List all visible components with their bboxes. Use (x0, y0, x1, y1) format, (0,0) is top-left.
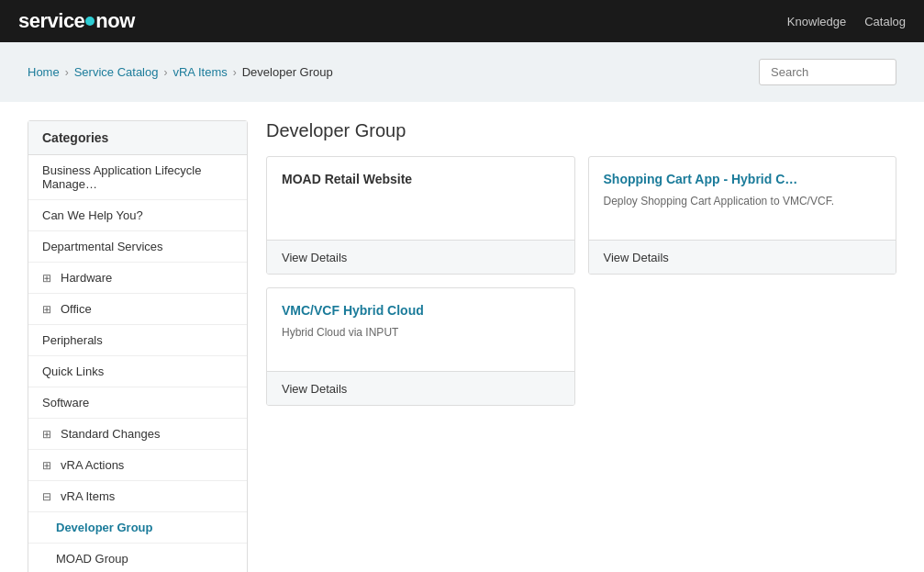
sidebar-sub-item-developer-group[interactable]: Developer Group (28, 512, 247, 544)
sidebar-item-label: Office (61, 302, 92, 316)
breadcrumb-home[interactable]: Home (28, 65, 60, 79)
sidebar-item-label: Departmental Services (42, 240, 163, 253)
card-title: MOAD Retail Website (282, 172, 560, 186)
content-area: Developer Group MOAD Retail Website View… (266, 120, 896, 406)
nav-catalog[interactable]: Catalog (864, 15, 906, 28)
card-moad-retail: MOAD Retail Website View Details (266, 156, 575, 275)
card-shopping-cart: Shopping Cart App - Hybrid C… Deploy Sho… (588, 156, 897, 275)
card-footer: View Details (267, 371, 574, 405)
sidebar-item-office[interactable]: ⊞ Office (28, 294, 247, 325)
sidebar-title: Categories (28, 121, 247, 155)
view-details-link[interactable]: View Details (282, 251, 347, 264)
breadcrumb-vra-items[interactable]: vRA Items (173, 65, 227, 79)
breadcrumb-sep-3: › (233, 66, 237, 79)
breadcrumb-service-catalog[interactable]: Service Catalog (74, 65, 159, 79)
card-title-link[interactable]: Shopping Cart App - Hybrid C… (604, 172, 882, 186)
sidebar-item-label: Peripherals (42, 333, 103, 347)
plus-icon: ⊞ (42, 459, 55, 472)
sidebar-item-vra-actions[interactable]: ⊞ vRA Actions (28, 450, 247, 481)
cards-grid: MOAD Retail Website View Details Shoppin… (266, 156, 896, 406)
plus-icon: ⊞ (42, 303, 55, 316)
sidebar-item-vra-items[interactable]: ⊟ vRA Items (28, 481, 247, 512)
sidebar-sub-item-moad-group[interactable]: MOAD Group (28, 544, 247, 572)
sidebar: Categories Business Application Lifecycl… (28, 120, 248, 572)
page-title: Developer Group (266, 120, 896, 141)
sidebar-item-peripherals[interactable]: Peripherals (28, 325, 247, 356)
card-description: Deploy Shopping Cart Application to VMC/… (604, 194, 882, 209)
sidebar-item-label: Quick Links (42, 365, 104, 378)
breadcrumb-bar: Home › Service Catalog › vRA Items › Dev… (0, 42, 924, 102)
card-footer: View Details (589, 240, 896, 274)
search-input[interactable] (759, 59, 896, 85)
sidebar-item-label: Can We Help You? (42, 208, 143, 222)
top-nav: servicenow Knowledge Catalog (0, 0, 924, 42)
view-details-link[interactable]: View Details (282, 382, 347, 396)
card-footer: View Details (267, 240, 574, 274)
logo-dot (85, 17, 95, 26)
sidebar-item-label: Software (42, 396, 89, 409)
main-content: Categories Business Application Lifecycl… (0, 102, 924, 572)
sidebar-item-standard-changes[interactable]: ⊞ Standard Changes (28, 419, 247, 450)
sidebar-item-hardware[interactable]: ⊞ Hardware (28, 263, 247, 294)
minus-icon: ⊟ (42, 490, 55, 503)
card-title-link[interactable]: VMC/VCF Hybrid Cloud (282, 303, 560, 318)
sidebar-item-label: vRA Actions (61, 458, 124, 472)
sidebar-item-label: Hardware (61, 271, 112, 285)
sidebar-item-label: Standard Changes (61, 427, 160, 441)
card-body: MOAD Retail Website (267, 157, 574, 240)
sidebar-item-label: Business Application Lifecycle Manage… (42, 163, 233, 191)
breadcrumb-developer-group: Developer Group (242, 65, 333, 79)
breadcrumb-sep-2: › (163, 66, 167, 79)
breadcrumb: Home › Service Catalog › vRA Items › Dev… (28, 65, 333, 79)
card-body: Shopping Cart App - Hybrid C… Deploy Sho… (589, 157, 896, 240)
sidebar-item-business-app[interactable]: Business Application Lifecycle Manage… (28, 155, 247, 200)
nav-knowledge[interactable]: Knowledge (787, 15, 846, 28)
sidebar-item-label: vRA Items (61, 489, 115, 503)
top-nav-links: Knowledge Catalog (787, 15, 906, 28)
sidebar-item-can-we-help[interactable]: Can We Help You? (28, 200, 247, 231)
logo-text: servicenow (18, 9, 135, 33)
plus-icon: ⊞ (42, 428, 55, 441)
sidebar-item-software[interactable]: Software (28, 387, 247, 419)
sidebar-item-departmental[interactable]: Departmental Services (28, 231, 247, 263)
logo: servicenow (18, 9, 135, 33)
card-vmc-vcf: VMC/VCF Hybrid Cloud Hybrid Cloud via IN… (266, 287, 575, 406)
view-details-link[interactable]: View Details (604, 251, 669, 264)
plus-icon: ⊞ (42, 272, 55, 285)
card-description: Hybrid Cloud via INPUT (282, 325, 560, 341)
card-body: VMC/VCF Hybrid Cloud Hybrid Cloud via IN… (267, 288, 574, 371)
sidebar-item-quick-links[interactable]: Quick Links (28, 356, 247, 387)
breadcrumb-sep-1: › (65, 66, 69, 79)
